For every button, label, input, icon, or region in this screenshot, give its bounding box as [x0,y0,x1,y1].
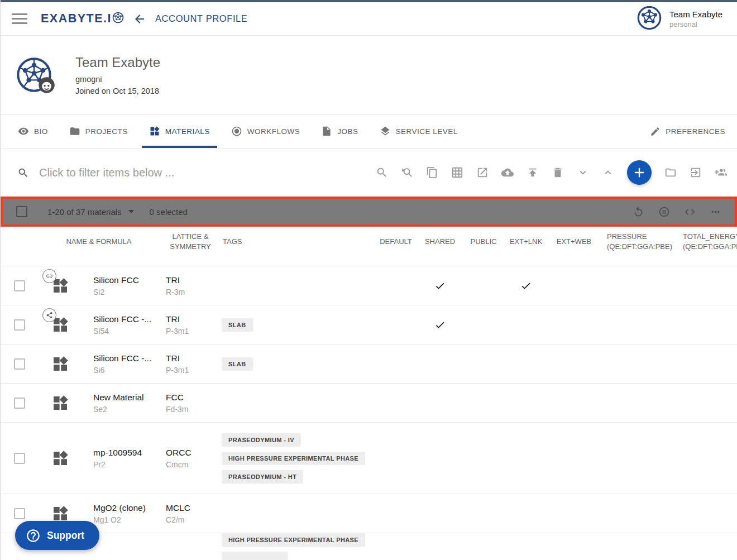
material-name[interactable]: Silicon FCC -... [93,314,161,324]
selection-bar: 1-20 of 37 materials 0 selected [3,199,735,224]
col-header-name[interactable]: NAME & FORMULA [36,237,161,247]
tab-label: PROJECTS [85,127,128,136]
col-header-ext-lnk[interactable]: EXT+LNK [503,237,549,247]
open-in-new-button[interactable] [476,166,489,179]
profile-name: Team Exabyte [75,55,160,70]
chevron-down-button[interactable] [577,166,589,179]
materials-toolbar [376,160,727,185]
material-formula: Se2 [93,405,161,414]
row-checkbox[interactable] [14,358,25,370]
search-icon [17,167,29,179]
tag-chip[interactable]: PRASEODYMIUM - HT [222,470,303,484]
group-add-button[interactable] [715,166,727,179]
tag-chip[interactable]: SLAB [222,318,253,332]
col-header-pressure[interactable]: PRESSURE(QE:DFT:GGA:PBE) [599,232,679,252]
refresh-button[interactable] [633,206,644,218]
table-row[interactable]: Silicon FCCSi2TRIR-3m [1,266,737,305]
material-name[interactable]: Silicon FCC -... [93,353,161,363]
lattice-type: MCLC [166,503,219,513]
tag-chip[interactable] [222,552,288,560]
select-all-checkbox[interactable] [16,206,27,217]
col-header-total-energy[interactable]: TOTAL_ENERGY(QE:DFT:GGA:PBE) [679,232,737,252]
pagination-dropdown[interactable]: 1-20 of 37 materials [47,207,134,217]
tab-jobs[interactable]: JOBS [314,114,365,148]
code-icon [684,206,696,218]
material-name[interactable]: Silicon FCC [93,275,161,285]
symmetry-group: Fd-3m [166,405,219,414]
filter-bar [1,149,737,197]
folder-outline-button[interactable] [664,166,677,179]
code-button[interactable] [684,206,696,218]
symmetry-group: C2/m [166,515,219,524]
copy-button[interactable] [426,166,438,179]
col-header-public[interactable]: PUBLIC [464,237,503,247]
search-button[interactable] [376,166,388,179]
material-name[interactable]: mp-1009594 [93,448,161,458]
col-header-tags[interactable]: TAGS [219,237,376,247]
more-button[interactable] [710,206,721,218]
table-row[interactable]: New MaterialSe2FCCFd-3m [1,384,737,423]
menu-icon[interactable] [12,11,27,27]
exit-to-app-button[interactable] [690,166,702,179]
row-checkbox[interactable] [14,508,25,519]
exabyte-logo[interactable]: EXABYTE.I [41,11,124,27]
tab-service-level[interactable]: SERVICE LEVEL [372,114,465,148]
tag-chip[interactable]: HIGH PRESSURE EXPERIMENTAL PHASE [222,533,365,547]
cloud-upload-icon [501,166,514,179]
col-header-shared[interactable]: SHARED [416,237,464,247]
lattice-type: TRI [166,314,219,324]
selected-count-label: 0 selected [150,207,188,217]
support-button[interactable]: Support [15,521,99,550]
upload-button[interactable] [527,166,539,179]
search-history-button[interactable] [401,166,413,179]
file-icon [321,126,332,137]
tab-bio[interactable]: BIO [11,114,55,148]
tab-preferences[interactable]: PREFERENCES [643,114,733,148]
grid-icon [451,166,463,179]
tab-workflows[interactable]: WORKFLOWS [224,114,308,148]
exit-to-app-icon [690,166,702,179]
group-add-icon [715,166,727,179]
material-icon [51,394,69,412]
filter-input[interactable] [39,166,274,179]
layers-icon [380,126,391,137]
selection-bar-actions [633,206,721,218]
table-row[interactable]: HIGH PRESSURE EXPERIMENTAL PHASE [1,533,737,560]
col-header-ext-web[interactable]: EXT+WEB [549,237,599,247]
cloud-upload-button[interactable] [501,166,514,179]
eye-icon [18,126,29,137]
open-in-new-icon [476,166,489,179]
chevron-up-icon [602,166,614,179]
header-account[interactable]: Team Exabyte personal [637,6,722,32]
material-name[interactable]: New Material [93,393,161,403]
table-row[interactable]: MgO2 (clone)Mg1 O2MCLCC2/m [1,494,737,533]
tag-chip[interactable]: HIGH PRESSURE EXPERIMENTAL PHASE [222,452,365,465]
col-header-lattice[interactable]: LATTICE &SYMMETRY [161,232,219,252]
pause-circle-button[interactable] [658,206,670,218]
table-row[interactable]: Silicon FCC -...Si6TRIP-3m1SLAB [1,344,737,384]
tab-materials[interactable]: MATERIALS [142,114,217,148]
tab-label: PREFERENCES [666,127,725,136]
row-checkbox[interactable] [14,453,25,464]
tag-chip[interactable]: SLAB [222,357,253,371]
grid-button[interactable] [451,166,463,179]
row-checkbox[interactable] [14,398,25,409]
account-name: Team Exabyte [669,9,722,19]
table-row[interactable]: Silicon FCC -...Si54TRIP-3m1SLAB [1,305,737,344]
back-arrow-icon[interactable] [133,12,146,26]
add-button[interactable] [627,160,652,185]
tag-chip[interactable]: PRASEODYMIUM - IV [222,433,301,447]
tab-projects[interactable]: PROJECTS [62,114,135,148]
tab-label: BIO [34,127,48,136]
delete-button[interactable] [552,166,564,179]
material-name[interactable]: MgO2 (clone) [93,503,161,513]
logo-text: EXABYTE.I [41,12,112,26]
folder-icon [69,126,80,137]
row-checkbox[interactable] [14,280,25,291]
search-icon [376,166,388,179]
table-row[interactable]: mp-1009594Pr2ORCCCmcmPRASEODYMIUM - IVHI… [1,423,737,494]
radio-icon [231,126,242,137]
chevron-up-button[interactable] [602,166,614,179]
row-checkbox[interactable] [14,319,25,331]
col-header-default[interactable]: DEFAULT [376,237,416,247]
